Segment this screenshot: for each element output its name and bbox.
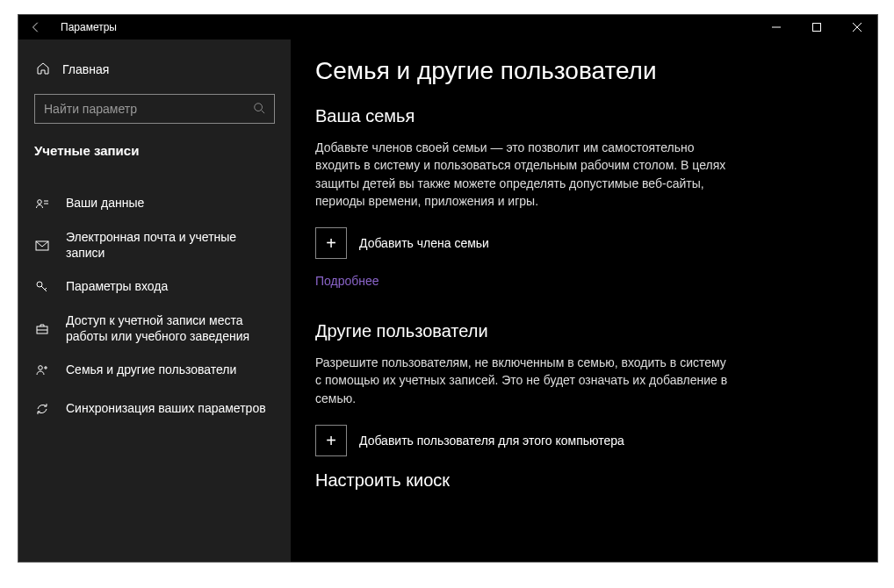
sidebar-section-title: Учетные записи [18,140,291,167]
arrow-left-icon [30,21,42,33]
family-description: Добавьте членов своей семьи — это позвол… [315,139,728,210]
svg-point-4 [255,103,263,111]
add-other-user-button[interactable]: + Добавить пользователя для этого компью… [315,425,853,456]
maximize-button[interactable] [797,15,837,39]
settings-window: Параметры Главная Найти параметр [18,14,878,563]
nav-item-your-info[interactable]: Ваши данные [18,184,291,223]
nav-item-email-accounts[interactable]: Электронная почта и учетные записи [18,223,291,268]
nav-item-label: Синхронизация ваших параметров [66,401,266,417]
mail-icon [34,239,50,253]
nav-item-label: Доступ к учетной записи места работы или… [66,313,275,344]
kiosk-heading: Настроить киоск [315,470,853,491]
home-icon [36,61,50,78]
sidebar: Главная Найти параметр Учетные записи Ва… [18,39,291,562]
window-title: Параметры [61,21,117,33]
person-card-icon [34,197,50,211]
nav-list: Ваши данные Электронная почта и учетные … [18,184,291,428]
learn-more-link[interactable]: Подробнее [315,274,379,288]
nav-item-label: Ваши данные [66,196,144,212]
titlebar: Параметры [18,15,877,39]
search-icon [253,102,265,117]
nav-home-label: Главная [62,62,109,76]
key-icon [34,280,50,294]
add-family-label: Добавить члена семьи [359,236,489,250]
nav-item-sync[interactable]: Синхронизация ваших параметров [18,390,291,428]
close-button[interactable] [837,15,877,39]
nav-item-signin-options[interactable]: Параметры входа [18,268,291,306]
search-input[interactable]: Найти параметр [34,94,275,124]
plus-icon: + [315,425,347,456]
search-placeholder: Найти параметр [44,102,137,116]
main-content: Семья и другие пользователи Ваша семья Д… [291,39,877,562]
plus-icon: + [315,227,347,259]
window-body: Главная Найти параметр Учетные записи Ва… [18,39,877,562]
svg-rect-1 [813,24,821,32]
add-other-label: Добавить пользователя для этого компьюте… [359,434,624,448]
others-heading: Другие пользователи [315,321,853,341]
nav-item-work-school[interactable]: Доступ к учетной записи места работы или… [18,306,291,351]
page-title: Семья и другие пользователи [315,57,853,85]
family-heading: Ваша семья [315,106,853,126]
nav-home[interactable]: Главная [18,52,291,87]
svg-line-5 [262,110,265,113]
svg-point-6 [38,200,42,204]
sync-icon [34,402,50,416]
minimize-button[interactable] [756,15,797,39]
maximize-icon [812,23,821,32]
close-icon [853,23,862,32]
minimize-icon [772,23,781,32]
briefcase-icon [34,322,50,336]
nav-item-label: Электронная почта и учетные записи [66,230,275,261]
add-family-member-button[interactable]: + Добавить члена семьи [315,227,853,259]
svg-line-12 [45,288,47,290]
window-controls [756,15,877,39]
nav-item-label: Семья и другие пользователи [66,362,236,378]
others-description: Разрешите пользователям, не включенным в… [315,354,728,407]
back-button[interactable] [18,15,54,39]
nav-item-label: Параметры входа [66,279,168,295]
svg-point-15 [39,366,43,370]
people-add-icon [34,363,50,377]
nav-item-family[interactable]: Семья и другие пользователи [18,351,291,390]
